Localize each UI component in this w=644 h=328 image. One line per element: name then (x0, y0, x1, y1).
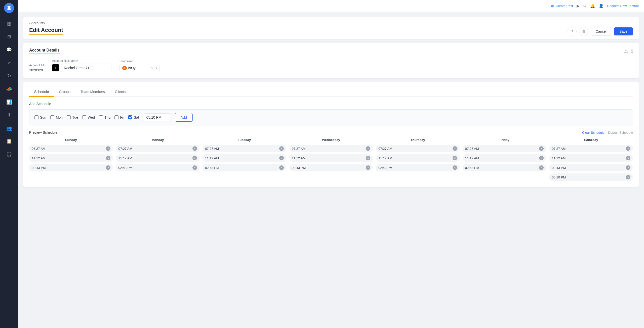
sidebar-item-campaigns[interactable]: 📣 (4, 83, 15, 95)
shortener-logo-icon: @ (122, 66, 127, 70)
wed-checkbox[interactable] (82, 115, 86, 119)
request-feature-link[interactable]: Request New Feature (607, 4, 639, 8)
sun-checkbox[interactable] (34, 115, 38, 119)
remove-time-button[interactable]: ✕ (453, 165, 457, 170)
fri-label[interactable]: Fri (120, 115, 124, 119)
tab-clients[interactable]: Clients (110, 87, 131, 97)
cancel-button[interactable]: Cancel (591, 27, 611, 36)
breadcrumb-label: Accounts (31, 21, 45, 25)
mon-label[interactable]: Mon (56, 115, 63, 119)
remove-time-button[interactable]: ✕ (453, 156, 457, 160)
settings-icon[interactable]: ⚙ (583, 4, 587, 8)
remove-time-button[interactable]: ✕ (539, 165, 544, 170)
remove-time-button[interactable]: ✕ (366, 146, 370, 151)
remove-time-button[interactable]: ✕ (106, 156, 110, 160)
remove-time-button[interactable]: ✕ (626, 175, 630, 179)
day-name: Thursday (376, 138, 460, 142)
remove-time-button[interactable]: ✕ (279, 165, 284, 170)
help-button[interactable]: ? (568, 27, 577, 36)
nickname-input-wrap: ♪ (52, 64, 111, 72)
default-schedule-button[interactable]: Default Schedule (608, 131, 633, 134)
nickname-label: Account Nickname* (52, 59, 111, 63)
section-header: Account Details ⚠ ℹ (29, 48, 633, 54)
sidebar-item-sync[interactable]: ↻ (4, 70, 15, 81)
shortener-wrap[interactable]: @ bit.ly ✕ ▾ (119, 64, 160, 72)
notifications-icon[interactable]: 🔔 (590, 4, 595, 8)
info-icon[interactable]: ℹ (631, 48, 633, 54)
time-value: 02:43 PM (378, 166, 392, 170)
time-value: 07:27 AM (292, 147, 306, 151)
fri-checkbox[interactable] (114, 115, 118, 119)
sat-checkbox[interactable] (128, 115, 132, 119)
remove-time-button[interactable]: ✕ (539, 156, 544, 160)
shortener-value: bit.ly (128, 66, 149, 70)
thu-label[interactable]: Thu (104, 115, 110, 119)
sun-label[interactable]: Sun (40, 115, 46, 119)
app-logo[interactable] (4, 3, 14, 13)
create-post-button[interactable]: ⊕ Create Post (551, 4, 573, 8)
mon-checkbox[interactable] (50, 115, 54, 119)
sidebar-item-messages[interactable]: 💬 (4, 44, 15, 55)
remove-time-button[interactable]: ✕ (453, 146, 457, 151)
breadcrumb[interactable]: ‹ Accounts (29, 21, 633, 25)
time-value: 07:27 AM (205, 147, 219, 151)
clear-schedule-button[interactable]: Clear Schedule (582, 131, 605, 134)
day-mon: Mon (50, 115, 63, 119)
remove-time-button[interactable]: ✕ (366, 165, 370, 170)
sidebar-item-downloads[interactable]: ⬇ (4, 110, 15, 121)
nickname-field: Account Nickname* ♪ (52, 59, 111, 72)
day-tue: Tue (67, 115, 78, 119)
chevron-down-icon[interactable]: ▾ (155, 66, 157, 70)
sidebar-item-users[interactable]: 👥 (4, 123, 15, 134)
remove-time-button[interactable]: ✕ (192, 156, 197, 160)
time-value: 11:12 AM (32, 156, 46, 160)
time-chip: 11:12 AM✕ (549, 154, 633, 162)
day-thu: Thu (99, 115, 110, 119)
remove-time-button[interactable]: ✕ (366, 156, 370, 160)
day-name: Tuesday (203, 138, 286, 142)
sidebar-item-grid[interactable]: ⊞ (4, 31, 15, 42)
remove-time-button[interactable]: ✕ (106, 165, 110, 170)
remove-time-button[interactable]: ✕ (279, 146, 284, 151)
add-button[interactable]: Add (175, 113, 193, 122)
sidebar-item-analytics[interactable]: 📊 (4, 97, 15, 108)
preview-actions: Clear Schedule Default Schedule (582, 131, 633, 134)
save-button[interactable]: Save (614, 27, 633, 35)
remove-time-button[interactable]: ✕ (106, 146, 110, 151)
day-name: Wednesday (289, 138, 373, 142)
play-icon[interactable]: ▶ (577, 4, 580, 8)
nickname-input[interactable] (61, 64, 111, 72)
time-chip: 11:12 AM✕ (376, 154, 460, 162)
day-column-thursday: Thursday07:27 AM✕11:12 AM✕02:43 PM✕ (376, 138, 460, 181)
sat-label[interactable]: Sat (134, 115, 139, 119)
tab-groups[interactable]: Groups (54, 87, 75, 97)
warning-icon[interactable]: ⚠ (624, 48, 628, 54)
tue-label[interactable]: Tue (72, 115, 78, 119)
remove-time-button[interactable]: ✕ (626, 156, 630, 160)
sidebar-item-reports[interactable]: 📋 (4, 136, 15, 147)
sidebar-item-support[interactable]: 🎧 (4, 149, 15, 160)
shortener-clear-icon[interactable]: ✕ (151, 66, 154, 70)
time-value: 02:43 PM (118, 166, 133, 170)
tab-team-members[interactable]: Team Members (75, 87, 110, 97)
account-id-value: 1028320 (29, 68, 44, 72)
day-name: Saturday (549, 138, 633, 142)
remove-time-button[interactable]: ✕ (626, 146, 630, 151)
remove-time-button[interactable]: ✕ (279, 156, 284, 160)
wed-label[interactable]: Wed (88, 115, 95, 119)
sidebar-item-connections[interactable]: ✳ (4, 57, 15, 68)
remove-time-button[interactable]: ✕ (192, 146, 197, 151)
thu-checkbox[interactable] (99, 115, 103, 119)
time-input[interactable] (143, 113, 171, 121)
delete-button[interactable]: 🗑 (579, 27, 588, 36)
remove-time-button[interactable]: ✕ (192, 165, 197, 170)
remove-time-button[interactable]: ✕ (626, 165, 630, 170)
tue-checkbox[interactable] (67, 115, 71, 119)
time-chip: 07:27 AM✕ (116, 145, 200, 152)
user-icon[interactable]: 👤 (599, 4, 604, 8)
sidebar-item-dashboard[interactable]: ▦ (4, 18, 15, 29)
tab-schedule[interactable]: Schedule (29, 87, 54, 97)
back-arrow-icon: ‹ (29, 21, 30, 25)
time-value: 02:43 PM (292, 166, 306, 170)
remove-time-button[interactable]: ✕ (539, 146, 544, 151)
